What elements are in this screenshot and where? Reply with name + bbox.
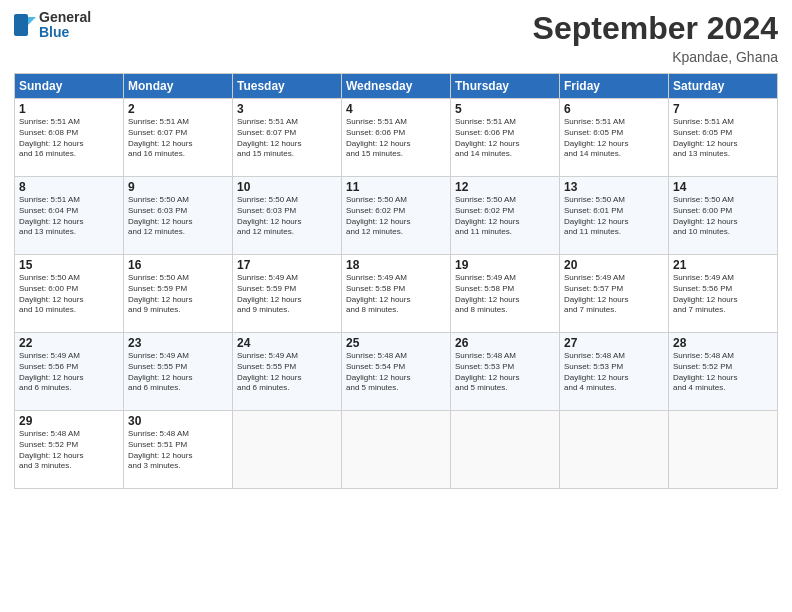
col-saturday: Saturday [669, 74, 778, 99]
day-number: 5 [455, 102, 555, 116]
day-number: 30 [128, 414, 228, 428]
day-number: 29 [19, 414, 119, 428]
day-info: Sunrise: 5:51 AM Sunset: 6:06 PM Dayligh… [346, 117, 446, 160]
col-thursday: Thursday [451, 74, 560, 99]
day-info: Sunrise: 5:48 AM Sunset: 5:52 PM Dayligh… [673, 351, 773, 394]
day-info: Sunrise: 5:51 AM Sunset: 6:05 PM Dayligh… [564, 117, 664, 160]
day-info: Sunrise: 5:50 AM Sunset: 6:01 PM Dayligh… [564, 195, 664, 238]
day-info: Sunrise: 5:50 AM Sunset: 5:59 PM Dayligh… [128, 273, 228, 316]
month-title: September 2024 [533, 10, 778, 47]
day-info: Sunrise: 5:48 AM Sunset: 5:53 PM Dayligh… [564, 351, 664, 394]
table-row: 28Sunrise: 5:48 AM Sunset: 5:52 PM Dayli… [669, 333, 778, 411]
day-info: Sunrise: 5:51 AM Sunset: 6:07 PM Dayligh… [237, 117, 337, 160]
day-info: Sunrise: 5:49 AM Sunset: 5:57 PM Dayligh… [564, 273, 664, 316]
col-tuesday: Tuesday [233, 74, 342, 99]
day-number: 10 [237, 180, 337, 194]
table-row: 20Sunrise: 5:49 AM Sunset: 5:57 PM Dayli… [560, 255, 669, 333]
day-number: 15 [19, 258, 119, 272]
table-row: 13Sunrise: 5:50 AM Sunset: 6:01 PM Dayli… [560, 177, 669, 255]
table-row: 27Sunrise: 5:48 AM Sunset: 5:53 PM Dayli… [560, 333, 669, 411]
table-row: 23Sunrise: 5:49 AM Sunset: 5:55 PM Dayli… [124, 333, 233, 411]
day-info: Sunrise: 5:48 AM Sunset: 5:51 PM Dayligh… [128, 429, 228, 472]
day-number: 22 [19, 336, 119, 350]
day-number: 18 [346, 258, 446, 272]
day-number: 23 [128, 336, 228, 350]
table-row: 19Sunrise: 5:49 AM Sunset: 5:58 PM Dayli… [451, 255, 560, 333]
day-number: 12 [455, 180, 555, 194]
table-row: 29Sunrise: 5:48 AM Sunset: 5:52 PM Dayli… [15, 411, 124, 489]
day-info: Sunrise: 5:51 AM Sunset: 6:08 PM Dayligh… [19, 117, 119, 160]
table-row: 18Sunrise: 5:49 AM Sunset: 5:58 PM Dayli… [342, 255, 451, 333]
day-info: Sunrise: 5:49 AM Sunset: 5:56 PM Dayligh… [19, 351, 119, 394]
calendar-row-2: 8Sunrise: 5:51 AM Sunset: 6:04 PM Daylig… [15, 177, 778, 255]
table-row [560, 411, 669, 489]
day-number: 8 [19, 180, 119, 194]
table-row: 22Sunrise: 5:49 AM Sunset: 5:56 PM Dayli… [15, 333, 124, 411]
table-row [451, 411, 560, 489]
table-row: 16Sunrise: 5:50 AM Sunset: 5:59 PM Dayli… [124, 255, 233, 333]
calendar-table: Sunday Monday Tuesday Wednesday Thursday… [14, 73, 778, 489]
day-number: 19 [455, 258, 555, 272]
table-row: 9Sunrise: 5:50 AM Sunset: 6:03 PM Daylig… [124, 177, 233, 255]
day-info: Sunrise: 5:51 AM Sunset: 6:07 PM Dayligh… [128, 117, 228, 160]
day-info: Sunrise: 5:50 AM Sunset: 6:02 PM Dayligh… [346, 195, 446, 238]
day-number: 11 [346, 180, 446, 194]
table-row: 21Sunrise: 5:49 AM Sunset: 5:56 PM Dayli… [669, 255, 778, 333]
table-row: 8Sunrise: 5:51 AM Sunset: 6:04 PM Daylig… [15, 177, 124, 255]
day-number: 17 [237, 258, 337, 272]
col-wednesday: Wednesday [342, 74, 451, 99]
day-number: 2 [128, 102, 228, 116]
table-row [342, 411, 451, 489]
table-row: 15Sunrise: 5:50 AM Sunset: 6:00 PM Dayli… [15, 255, 124, 333]
location: Kpandae, Ghana [533, 49, 778, 65]
day-info: Sunrise: 5:50 AM Sunset: 6:02 PM Dayligh… [455, 195, 555, 238]
table-row: 7Sunrise: 5:51 AM Sunset: 6:05 PM Daylig… [669, 99, 778, 177]
day-info: Sunrise: 5:48 AM Sunset: 5:52 PM Dayligh… [19, 429, 119, 472]
table-row: 30Sunrise: 5:48 AM Sunset: 5:51 PM Dayli… [124, 411, 233, 489]
day-info: Sunrise: 5:49 AM Sunset: 5:59 PM Dayligh… [237, 273, 337, 316]
day-number: 3 [237, 102, 337, 116]
table-row: 12Sunrise: 5:50 AM Sunset: 6:02 PM Dayli… [451, 177, 560, 255]
day-info: Sunrise: 5:51 AM Sunset: 6:04 PM Dayligh… [19, 195, 119, 238]
logo: General Blue [14, 10, 91, 41]
col-sunday: Sunday [15, 74, 124, 99]
table-row: 14Sunrise: 5:50 AM Sunset: 6:00 PM Dayli… [669, 177, 778, 255]
day-info: Sunrise: 5:49 AM Sunset: 5:58 PM Dayligh… [346, 273, 446, 316]
day-info: Sunrise: 5:48 AM Sunset: 5:54 PM Dayligh… [346, 351, 446, 394]
table-row: 3Sunrise: 5:51 AM Sunset: 6:07 PM Daylig… [233, 99, 342, 177]
day-info: Sunrise: 5:51 AM Sunset: 6:06 PM Dayligh… [455, 117, 555, 160]
day-info: Sunrise: 5:49 AM Sunset: 5:56 PM Dayligh… [673, 273, 773, 316]
day-info: Sunrise: 5:50 AM Sunset: 6:03 PM Dayligh… [128, 195, 228, 238]
day-number: 6 [564, 102, 664, 116]
day-info: Sunrise: 5:50 AM Sunset: 6:00 PM Dayligh… [19, 273, 119, 316]
day-info: Sunrise: 5:49 AM Sunset: 5:58 PM Dayligh… [455, 273, 555, 316]
day-number: 1 [19, 102, 119, 116]
day-number: 24 [237, 336, 337, 350]
day-info: Sunrise: 5:50 AM Sunset: 6:03 PM Dayligh… [237, 195, 337, 238]
day-number: 9 [128, 180, 228, 194]
day-info: Sunrise: 5:51 AM Sunset: 6:05 PM Dayligh… [673, 117, 773, 160]
title-block: September 2024 Kpandae, Ghana [533, 10, 778, 65]
table-row: 4Sunrise: 5:51 AM Sunset: 6:06 PM Daylig… [342, 99, 451, 177]
day-number: 21 [673, 258, 773, 272]
day-info: Sunrise: 5:49 AM Sunset: 5:55 PM Dayligh… [237, 351, 337, 394]
table-row: 25Sunrise: 5:48 AM Sunset: 5:54 PM Dayli… [342, 333, 451, 411]
day-number: 13 [564, 180, 664, 194]
col-friday: Friday [560, 74, 669, 99]
day-number: 27 [564, 336, 664, 350]
table-row: 6Sunrise: 5:51 AM Sunset: 6:05 PM Daylig… [560, 99, 669, 177]
day-number: 14 [673, 180, 773, 194]
svg-marker-1 [28, 17, 36, 25]
day-number: 16 [128, 258, 228, 272]
calendar-row-3: 15Sunrise: 5:50 AM Sunset: 6:00 PM Dayli… [15, 255, 778, 333]
calendar-header-row: Sunday Monday Tuesday Wednesday Thursday… [15, 74, 778, 99]
calendar-row-1: 1Sunrise: 5:51 AM Sunset: 6:08 PM Daylig… [15, 99, 778, 177]
col-monday: Monday [124, 74, 233, 99]
table-row: 1Sunrise: 5:51 AM Sunset: 6:08 PM Daylig… [15, 99, 124, 177]
table-row: 2Sunrise: 5:51 AM Sunset: 6:07 PM Daylig… [124, 99, 233, 177]
day-info: Sunrise: 5:48 AM Sunset: 5:53 PM Dayligh… [455, 351, 555, 394]
table-row: 24Sunrise: 5:49 AM Sunset: 5:55 PM Dayli… [233, 333, 342, 411]
day-number: 26 [455, 336, 555, 350]
day-info: Sunrise: 5:50 AM Sunset: 6:00 PM Dayligh… [673, 195, 773, 238]
page-header: General Blue September 2024 Kpandae, Gha… [14, 10, 778, 65]
